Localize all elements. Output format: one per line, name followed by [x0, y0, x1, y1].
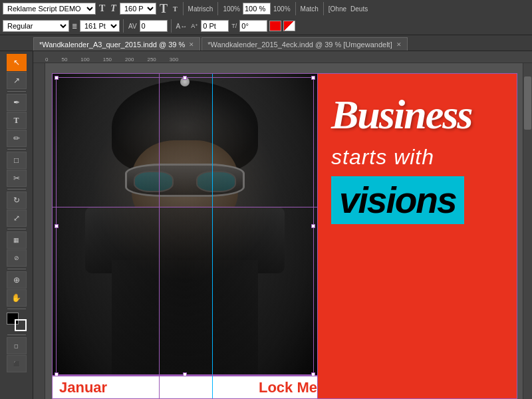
ruler-top: 0 50 100 150 200 250 300 [33, 51, 532, 63]
horizontal-scale-input[interactable] [243, 3, 271, 15]
helmet-screw [180, 77, 190, 86]
tools-sep5 [7, 269, 26, 269]
visions-text: visions [339, 179, 456, 221]
tools-sep3 [7, 189, 26, 190]
baseline-input[interactable] [201, 20, 229, 32]
vert-scale-label: 100% [272, 5, 292, 13]
text-color-box[interactable] [269, 21, 281, 31]
ruler-mark-200: 200 [125, 57, 134, 63]
zoom-btn[interactable]: ⊕ [7, 271, 27, 289]
goggle-right-lens [196, 171, 236, 192]
goggle-left-lens [134, 171, 174, 192]
preview-mode-btn[interactable]: ⬛ [7, 355, 27, 372]
text-style-btn1[interactable]: T [97, 3, 107, 14]
metrics-label: Matrisch [187, 5, 215, 13]
fill-stroke-area[interactable] [7, 313, 27, 331]
toolbar-sep6 [171, 19, 172, 33]
left-page[interactable]: Januar Lock Me [52, 73, 318, 399]
scissors-tool-btn[interactable]: ✂ [7, 170, 27, 187]
match-label: Match [299, 5, 320, 13]
eyedropper-btn[interactable]: ⊘ [7, 249, 27, 267]
ruler-mark-0: 0 [45, 57, 48, 63]
person-silhouette [72, 74, 298, 399]
tools-sep4 [7, 229, 26, 229]
text-large-btn[interactable]: T [158, 2, 170, 16]
tab-close-2[interactable]: ✕ [396, 41, 402, 48]
bottom-bar: Januar Lock Me [53, 375, 317, 398]
text-small-btn[interactable]: T [171, 5, 180, 13]
tabbar: *Wandkalender_A3_quer_2015.indd @ 39 % ✕… [0, 35, 532, 51]
visions-box: visions [331, 176, 464, 224]
kerning-icon: AV [127, 23, 138, 30]
right-page[interactable]: Business starts with visions [318, 73, 517, 399]
guide-horizontal-1 [53, 207, 317, 207]
tools-sep1 [7, 91, 26, 92]
tab-label-2: *Wandkalender_2015_4eck.indd @ 39 % [Umg… [207, 41, 392, 49]
ruler-mark-300: 300 [170, 57, 178, 63]
tab-wandkalender-4eck[interactable]: *Wandkalender_2015_4eck.indd @ 39 % [Umg… [201, 37, 407, 51]
lang-label: [Ohne [327, 5, 348, 13]
toolbar-sep2 [217, 2, 218, 15]
font-name-dropdown[interactable]: Reklame Script DEMO [3, 3, 96, 15]
leading-dropdown[interactable]: 161 Pt [80, 20, 120, 32]
kerning-input[interactable] [140, 20, 168, 32]
toolbar-sep5 [123, 19, 124, 33]
rectangle-tool-btn[interactable]: □ [7, 152, 27, 169]
tools-sep7 [7, 334, 26, 335]
direct-select-btn[interactable]: ↗ [7, 72, 27, 89]
guide-vertical-1 [159, 74, 160, 398]
skew-icon: T/ [230, 23, 238, 29]
ruler-mark-150: 150 [103, 57, 112, 63]
stroke-swatch[interactable] [15, 319, 27, 331]
gradient-tool-btn[interactable]: ▦ [7, 231, 27, 249]
page-spread: Januar Lock Me Business starts with visi… [52, 73, 517, 399]
ruler-mark-50: 50 [61, 57, 67, 63]
right-page-content: Business starts with visions [318, 74, 517, 244]
font-style-dropdown[interactable]: Regular [3, 20, 69, 32]
scale-tool-btn[interactable]: ⤢ [7, 209, 27, 227]
goggles-shape [125, 164, 245, 197]
toolbar-sep4 [323, 2, 324, 15]
toolbar-sep3 [295, 2, 296, 15]
toolbar-row2: Regular ≣ 161 Pt AV A↔ A⁺ T/ [0, 17, 532, 35]
tab-wandkalender-a3[interactable]: *Wandkalender_A3_quer_2015.indd @ 39 % ✕ [33, 37, 200, 51]
tracking-label: 100% [221, 5, 241, 13]
toolbar-row1: Reklame Script DEMO T T 160 Pt T T Matri… [0, 0, 532, 17]
ruler-mark-100: 100 [80, 57, 89, 63]
toolbar: Reklame Script DEMO T T 160 Pt T T Matri… [0, 0, 532, 35]
rotate-tool-btn[interactable]: ↻ [7, 192, 27, 209]
ruler-left [33, 63, 45, 399]
tools-sep6 [7, 309, 26, 309]
canvas-area[interactable]: 0 50 100 150 200 250 300 [33, 51, 532, 399]
rotation-input[interactable] [239, 20, 267, 32]
leading-icon: ≣ [70, 23, 78, 30]
tools-sep2 [7, 149, 26, 150]
tab-label-1: *Wandkalender_A3_quer_2015.indd @ 39 % [39, 41, 185, 49]
lock-me-label: Lock Me [259, 379, 317, 396]
select-tool-btn[interactable]: ↖ [7, 54, 27, 71]
toolbar-sep1 [183, 2, 184, 15]
tab-close-1[interactable]: ✕ [189, 41, 194, 48]
starts-with-text: starts with [331, 145, 503, 170]
ruler-mark-250: 250 [147, 57, 156, 63]
lang-label2: Deuts [349, 5, 369, 13]
text-style-btn2[interactable]: T [108, 3, 118, 14]
pencil-tool-btn[interactable]: ✏ [7, 130, 27, 147]
scroll-thumb[interactable] [524, 76, 531, 130]
type-tool-btn[interactable]: T [7, 112, 27, 129]
baseline-icon: A⁺ [190, 23, 200, 29]
doc-canvas[interactable]: Januar Lock Me Business starts with visi… [45, 63, 532, 399]
tools-panel: ↖ ↗ ✒ T ✏ □ ✂ ↻ ⤢ ▦ ⊘ ⊕ ✋ ◻ ⬛ [0, 51, 33, 399]
main-area: ↖ ↗ ✒ T ✏ □ ✂ ↻ ⤢ ▦ ⊘ ⊕ ✋ ◻ ⬛ 0 50 10 [0, 51, 532, 399]
normal-mode-btn[interactable]: ◻ [7, 337, 27, 354]
pen-tool-btn[interactable]: ✒ [7, 94, 27, 111]
scrollbar-right[interactable] [523, 63, 532, 399]
januar-label: Januar [53, 379, 107, 396]
hand-btn[interactable]: ✋ [7, 289, 27, 307]
business-heading: Business [331, 94, 503, 135]
font-size-dropdown[interactable]: 160 Pt [120, 3, 156, 15]
tracking-icon: A↔ [175, 23, 189, 30]
fill-stroke-box[interactable] [283, 21, 295, 31]
guide-vertical-2 [212, 74, 213, 398]
